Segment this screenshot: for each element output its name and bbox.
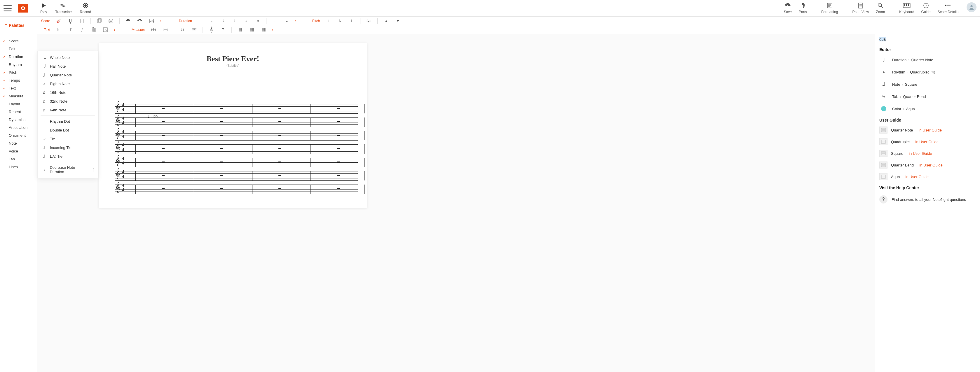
- palette-item-measure[interactable]: ✓Measure: [0, 92, 37, 100]
- palette-item-text[interactable]: ✓Text: [0, 84, 37, 92]
- chevron-right-icon[interactable]: ›: [114, 27, 115, 32]
- tuning-fork-icon[interactable]: [67, 18, 73, 24]
- guide-result-quarter-bend[interactable]: Quarter Bend in User Guide: [875, 159, 980, 171]
- barline-normal-icon[interactable]: [237, 27, 243, 33]
- duration-menu-incoming-tie[interactable]: ♩Incoming Tie: [38, 143, 98, 152]
- scoredetails-button[interactable]: Score Details: [938, 2, 958, 14]
- search-result-quarter-note[interactable]: ♩Duration›Quarter Note: [875, 54, 980, 66]
- duration-menu-64th-note[interactable]: ♬64th Note: [38, 106, 98, 114]
- add-measure-icon[interactable]: [150, 27, 157, 33]
- chevron-right-icon[interactable]: ›: [160, 19, 161, 23]
- palette-item-pitch[interactable]: ✓Pitch: [0, 68, 37, 76]
- pageview-button[interactable]: Page View: [852, 2, 869, 14]
- keyboard-button[interactable]: Keyboard: [899, 2, 914, 14]
- transcribe-button[interactable]: Transcribe: [55, 2, 72, 14]
- save-button[interactable]: Save: [784, 2, 792, 14]
- enharmonic-icon[interactable]: [366, 18, 372, 24]
- sixteenth-note-icon[interactable]: ♬: [255, 18, 261, 24]
- palette-item-ornament[interactable]: ✓Ornament: [0, 131, 37, 139]
- palette-item-voice[interactable]: ✓Voice: [0, 147, 37, 155]
- staff-row[interactable]: 𝄞44: [108, 129, 358, 142]
- duration-menu-whole-note[interactable]: 𝅝Whole Note: [38, 53, 98, 62]
- formatting-button[interactable]: Formatting: [821, 2, 838, 14]
- chord-diagram-icon[interactable]: D: [91, 27, 97, 33]
- dynamics-f-icon[interactable]: f: [79, 27, 85, 33]
- duration-menu-rhythm-dot[interactable]: ·Rhythm Dot: [38, 117, 98, 126]
- palette-item-edit[interactable]: ✓Edit: [0, 45, 37, 53]
- quarter-note-icon[interactable]: ♩: [231, 18, 237, 24]
- zoom-button[interactable]: Zoom: [876, 2, 885, 14]
- bass-clef-icon[interactable]: 𝄢: [220, 27, 226, 33]
- palette-item-rhythm[interactable]: ✓Rhythm: [0, 61, 37, 68]
- menu-icon[interactable]: [3, 5, 12, 11]
- timesig-icon[interactable]: 34: [179, 27, 186, 33]
- palette-item-tab[interactable]: ✓Tab: [0, 155, 37, 163]
- user-avatar[interactable]: [967, 2, 977, 12]
- palette-item-tempo[interactable]: ✓Tempo: [0, 76, 37, 84]
- barline-final-icon[interactable]: [260, 27, 267, 33]
- lyrics-icon[interactable]: la-: [56, 27, 62, 33]
- half-note-icon[interactable]: 𝅗𝅥: [220, 18, 226, 24]
- staff-row[interactable]: 𝄞44: [108, 102, 358, 115]
- dot-icon[interactable]: ·: [272, 18, 278, 24]
- duration-menu-32nd-note[interactable]: ♬32nd Note: [38, 97, 98, 106]
- cloud-down-icon[interactable]: [125, 18, 131, 24]
- duration-menu-half-note[interactable]: 𝅗𝅥Half Note: [38, 62, 98, 71]
- guide-result-quadruplet[interactable]: Quadruplet in User Guide: [875, 136, 980, 147]
- whole-note-icon[interactable]: 𝅝: [208, 18, 214, 24]
- parts-button[interactable]: Parts: [799, 2, 807, 14]
- search-result-square[interactable]: Note›Square: [875, 78, 980, 90]
- tie-icon[interactable]: ⌣: [283, 18, 290, 24]
- duration-menu-quarter-note[interactable]: ♩Quarter Note: [38, 71, 98, 79]
- score-subtitle[interactable]: (Subtitle): [108, 64, 358, 67]
- score-canvas[interactable]: Best Piece Ever! (Subtitle) 𝄞44𝄞44𝄞44𝄞44…: [37, 34, 875, 372]
- flat-icon[interactable]: ♭: [337, 18, 343, 24]
- remove-measure-icon[interactable]: [162, 27, 169, 33]
- keysig-icon[interactable]: ♯♯: [191, 27, 197, 33]
- search-input[interactable]: qua: [879, 37, 886, 41]
- palette-item-lines[interactable]: ✓Lines: [0, 163, 37, 171]
- duration-menu-tie[interactable]: ⌣Tie: [38, 135, 98, 143]
- octave-up-icon[interactable]: ▲: [383, 18, 389, 24]
- octave-down-icon[interactable]: ▼: [395, 18, 401, 24]
- copy-icon[interactable]: [96, 18, 102, 24]
- eighth-note-icon[interactable]: ♪: [243, 18, 249, 24]
- search-result-aqua[interactable]: Color›Aqua: [875, 103, 980, 115]
- duration-menu-decrease-note-duration[interactable]: 𝄽Decrease Note Duration[: [38, 163, 98, 176]
- staff-row[interactable]: 𝄞44: [108, 116, 358, 128]
- staff-row[interactable]: 𝄞44: [108, 169, 358, 182]
- chevron-right-icon[interactable]: ›: [295, 19, 296, 23]
- print-icon[interactable]: [108, 18, 114, 24]
- help-center-link[interactable]: ? Find answers to all your Noteflight qu…: [875, 192, 980, 207]
- palette-item-note[interactable]: ✓Note: [0, 139, 37, 147]
- search-result-quadruplet[interactable]: ⌐4¬Rhythm›Quadruplet(4): [875, 66, 980, 78]
- duration-menu-eighth-note[interactable]: ♪Eighth Note: [38, 79, 98, 88]
- palette-item-repeat[interactable]: ✓Repeat: [0, 108, 37, 116]
- palette-item-dynamics[interactable]: ✓Dynamics: [0, 116, 37, 123]
- staff-row[interactable]: 𝄞44: [108, 156, 358, 169]
- duration-menu-16th-note[interactable]: ♬16th Note: [38, 88, 98, 97]
- tempo-marking[interactable]: ♩ = 120: [148, 115, 158, 119]
- palette-item-articulation[interactable]: ✓Articulation: [0, 123, 37, 131]
- treble-clef-icon[interactable]: 𝄞: [208, 27, 215, 33]
- rehearsal-mark-icon[interactable]: A: [102, 27, 108, 33]
- cloud-up-icon[interactable]: [137, 18, 143, 24]
- embed-icon[interactable]: </>: [148, 18, 155, 24]
- palette-item-duration[interactable]: ✓Duration: [0, 53, 37, 61]
- search-result-quarter-bend[interactable]: ¼Tab›Quarter Bend: [875, 90, 980, 103]
- document-music-icon[interactable]: ♪: [79, 18, 85, 24]
- palette-item-layout[interactable]: ✓Layout: [0, 100, 37, 108]
- app-logo[interactable]: [18, 4, 28, 13]
- sharp-icon[interactable]: ♯: [325, 18, 331, 24]
- duration-menu-double-dot[interactable]: ··Double Dot: [38, 126, 98, 135]
- palette-item-score[interactable]: ✓Score: [0, 37, 37, 45]
- record-button[interactable]: Record: [80, 2, 91, 14]
- guitar-icon[interactable]: 🎸: [56, 18, 62, 24]
- barline-double-icon[interactable]: [249, 27, 255, 33]
- text-t-icon[interactable]: T: [67, 27, 73, 33]
- duration-menu-l.v.-tie[interactable]: ♩L.V. Tie: [38, 152, 98, 161]
- staff-row[interactable]: 𝄞44: [108, 183, 358, 196]
- chevron-right-icon[interactable]: ›: [272, 27, 274, 32]
- natural-icon[interactable]: ♮: [348, 18, 355, 24]
- guide-button[interactable]: Guide: [921, 2, 931, 14]
